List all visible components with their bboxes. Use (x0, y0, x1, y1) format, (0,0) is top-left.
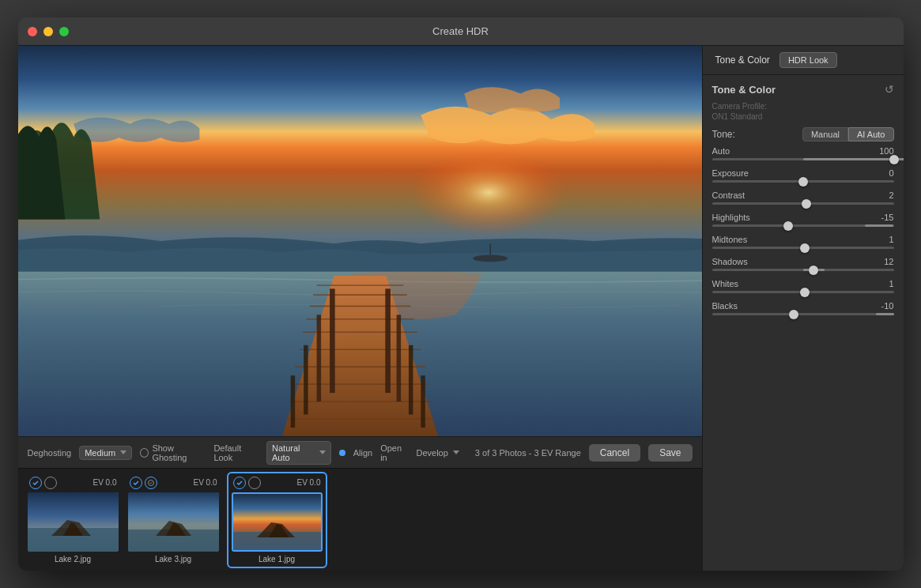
check-icon-6 (248, 477, 261, 489)
slider-value-midtones: 1 (874, 235, 894, 244)
open-in-label: Open in (380, 443, 408, 462)
default-look-label: Default Look (213, 443, 259, 462)
filmstrip-item-lake2[interactable]: EV 0.0 (28, 477, 119, 564)
tab-tone-color[interactable]: Tone & Color (712, 53, 773, 67)
tone-buttons: Manual AI Auto (802, 127, 894, 141)
panel-tabs: Tone & Color HDR Look (703, 46, 904, 75)
slider-track-blacks[interactable] (712, 313, 894, 315)
slider-track-contrast[interactable] (712, 202, 894, 205)
film-thumbnail-lake2 (28, 492, 119, 552)
section-title: Tone & Color (712, 84, 776, 96)
slider-name-blacks: Blacks (712, 301, 738, 311)
slider-thumb-blacks[interactable] (789, 310, 798, 319)
slider-name-whites: Whites (712, 279, 739, 288)
slider-value-shadows: 12 (874, 257, 894, 266)
app-window: Create HDR (18, 17, 904, 571)
show-ghosting-radio[interactable]: Show Ghosting (140, 443, 206, 462)
camera-profile-label: Camera Profile: (712, 102, 894, 111)
film-ev-label: EV 0.0 (92, 478, 116, 487)
image-area: Deghosting Medium Show Ghosting Default … (18, 46, 702, 571)
slider-row-contrast: Contrast2 (712, 190, 894, 205)
traffic-lights (28, 27, 69, 36)
open-in-select[interactable]: Develop (417, 448, 459, 458)
save-button[interactable]: Save (648, 444, 692, 462)
film-ev-label-3: EV 0.0 (296, 478, 320, 487)
chevron-down-icon-3 (453, 450, 459, 454)
cancel-button[interactable]: Cancel (589, 444, 640, 462)
slider-track-auto[interactable] (712, 158, 894, 160)
default-look-select[interactable]: Natural Auto (266, 441, 331, 465)
slider-track-midtones[interactable] (712, 247, 894, 249)
slider-row-exposure: Exposure0 (712, 168, 894, 183)
svg-rect-19 (304, 345, 308, 415)
tone-label: Tone: (712, 129, 735, 140)
titlebar: Create HDR (18, 17, 904, 46)
tab-hdr-look[interactable]: HDR Look (779, 52, 837, 68)
film-item-header: EV 0.0 (28, 477, 119, 489)
svg-rect-21 (290, 375, 294, 428)
slider-name-shadows: Shadows (712, 257, 748, 266)
check-icon-2 (44, 477, 57, 489)
svg-rect-18 (396, 315, 400, 401)
slider-name-midtones: Midtones (712, 235, 748, 244)
slider-thumb-midtones[interactable] (800, 243, 810, 253)
filmstrip-item-lake1[interactable]: EV 0.0 (228, 473, 326, 567)
slider-track-shadows[interactable] (712, 269, 894, 271)
tone-btn-ai-auto[interactable]: AI Auto (848, 127, 893, 141)
deghosting-select[interactable]: Medium (79, 446, 132, 460)
slider-row-whites: Whites1 (712, 279, 894, 293)
slider-name-exposure: Exposure (712, 168, 749, 178)
slider-fill-auto (803, 158, 904, 160)
film-check-icons (29, 477, 57, 489)
slider-row-highlights: Highlights-15 (712, 213, 894, 227)
slider-row-shadows: Shadows12 (712, 257, 894, 271)
film-thumbnail-lake1 (232, 492, 323, 552)
align-dot-icon (339, 450, 345, 456)
main-image (18, 46, 702, 436)
camera-profile-value: ON1 Standard (712, 112, 894, 121)
tone-btn-manual[interactable]: Manual (802, 127, 848, 141)
panel-content: Tone & Color ↺ Camera Profile: ON1 Stand… (703, 75, 904, 571)
slider-track-exposure[interactable] (712, 180, 894, 183)
filmstrip-item-lake3[interactable]: EV 0.0 (128, 477, 219, 564)
slider-track-highlights[interactable] (712, 224, 894, 227)
slider-thumb-highlights[interactable] (783, 221, 793, 231)
slider-name-highlights: Highlights (712, 213, 750, 222)
section-header: Tone & Color ↺ (712, 83, 894, 96)
tone-header: Tone: Manual AI Auto (712, 127, 894, 141)
photo-info: 3 of 3 Photos - 3 EV Range (475, 448, 581, 458)
slider-thumb-contrast[interactable] (802, 199, 811, 209)
filmstrip: EV 0.0 (18, 468, 702, 571)
slider-track-whites[interactable] (712, 291, 894, 293)
slider-thumb-whites[interactable] (800, 288, 810, 297)
slider-value-exposure: 0 (874, 168, 894, 178)
main-content: Deghosting Medium Show Ghosting Default … (18, 46, 904, 571)
film-label-3: Lake 1.jpg (259, 555, 295, 564)
slider-name-contrast: Contrast (712, 190, 745, 200)
right-panel: Tone & Color HDR Look Tone & Color ↺ Cam… (702, 46, 904, 571)
minimize-button[interactable] (43, 27, 53, 36)
fullscreen-button[interactable] (59, 27, 69, 36)
slider-fill-highlights (865, 224, 894, 227)
slider-row-midtones: Midtones1 (712, 235, 894, 249)
deghosting-label: Deghosting (28, 448, 72, 458)
slider-thumb-auto[interactable] (889, 155, 899, 164)
reset-button[interactable]: ↺ (885, 83, 894, 96)
film-check-icons-3 (233, 477, 261, 489)
chevron-down-icon (120, 450, 126, 454)
svg-rect-15 (330, 288, 335, 393)
film-check-icons-2 (130, 477, 157, 489)
svg-rect-20 (408, 345, 412, 415)
slider-thumb-shadows[interactable] (809, 266, 818, 275)
film-ev-label-2: EV 0.0 (193, 478, 217, 487)
svg-rect-22 (421, 375, 425, 428)
slider-row-auto: Auto100 (712, 146, 894, 160)
close-button[interactable] (28, 27, 37, 36)
radio-icon (140, 448, 149, 458)
align-label: Align (353, 448, 372, 458)
main-image-container (18, 46, 702, 436)
slider-thumb-exposure[interactable] (798, 177, 808, 187)
window-title: Create HDR (432, 25, 489, 37)
check-icon-4 (145, 477, 157, 489)
svg-rect-16 (385, 288, 391, 393)
